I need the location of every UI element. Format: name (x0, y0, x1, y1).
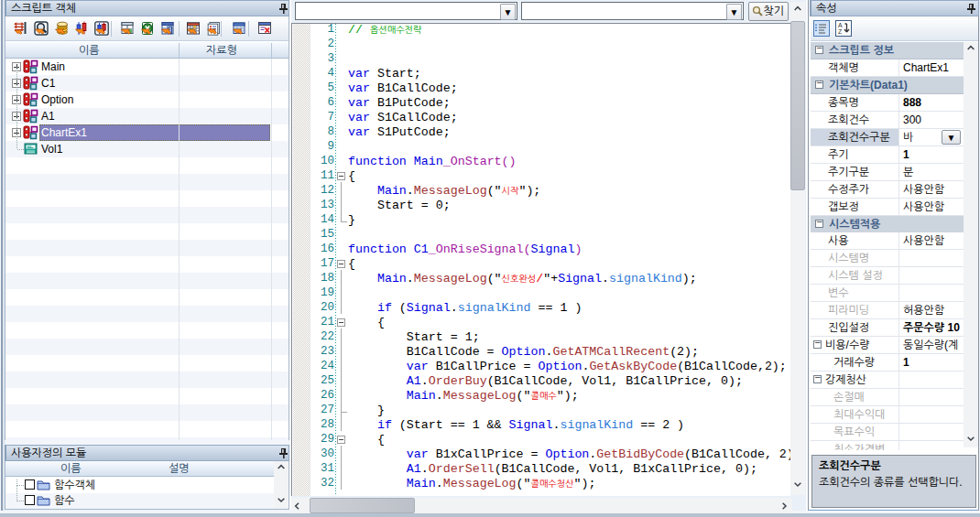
svg-text:Z: Z (838, 28, 843, 35)
svg-text:A: A (838, 22, 843, 28)
